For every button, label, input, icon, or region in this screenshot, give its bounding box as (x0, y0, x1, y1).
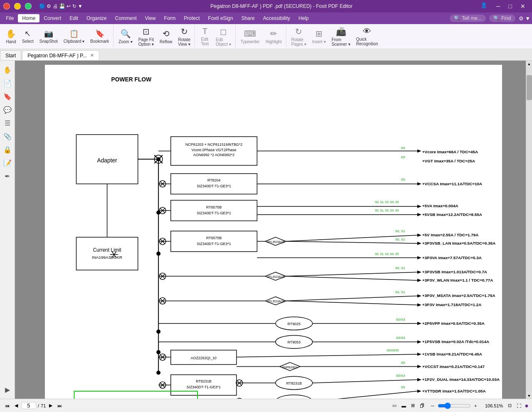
highlight-icon: ✏ (270, 29, 277, 39)
rotate-pages-btn[interactable]: ↻ RotatePages ▾ (289, 26, 309, 47)
sidebar-security[interactable]: 🔒 (2, 144, 13, 155)
arrow-3p3vsb (417, 270, 421, 274)
prev-page-btn[interactable]: ◀ (13, 402, 20, 409)
continuous-page-btn[interactable]: ▬ (400, 402, 408, 409)
rotate-view-icon: ↻ (181, 27, 188, 37)
restore-btn[interactable]: □ (505, 2, 515, 10)
rt8231b-line1: RT8231B (196, 379, 211, 383)
quick-recognition-btn[interactable]: 👁 QuickRecognition (354, 26, 381, 47)
cover-btn[interactable]: 🗍 (418, 402, 426, 409)
left-sidebar: ✋ 📄 🔖 💬 ☰ 📎 🔒 📝 ✒ ▶ (0, 61, 15, 399)
state-s5-1: S5 (401, 146, 405, 150)
menu-form[interactable]: Form (160, 14, 180, 22)
sidebar-sign[interactable]: ✒ (2, 170, 13, 182)
page-separator: / (38, 403, 39, 408)
menu-home[interactable]: Home (18, 14, 39, 22)
menu-accessibility[interactable]: Accessibility (259, 14, 294, 22)
maximize-tab[interactable] (25, 3, 32, 10)
tab-close-btn[interactable]: ✕ (90, 53, 94, 58)
zoom-out-btn[interactable]: ─ (429, 402, 436, 409)
sidebar-pages[interactable]: 📄 (2, 77, 13, 89)
snapshot-btn[interactable]: 📷 SnapShot (37, 28, 60, 44)
svg-line-57 (236, 354, 417, 357)
state-s0s3s5: S0/S3/S5 (387, 349, 399, 352)
scroll-down-btn[interactable]: ▼ (526, 392, 532, 399)
bookmark-btn[interactable]: 🔖 Bookmark (88, 28, 111, 44)
menu-file[interactable]: File (2, 14, 18, 22)
bookmark-icon: 🔖 (95, 29, 104, 38)
minimize-btn[interactable]: ─ (493, 2, 504, 10)
state-s5-3: S5 (401, 178, 405, 181)
state-s0s1-4: S0, S1 (395, 290, 405, 294)
arrow-vcore (417, 150, 421, 153)
from-scanner-btn[interactable]: 📠 FromScanner ▾ (329, 26, 353, 47)
sidebar-comments[interactable]: 💬 (2, 104, 13, 115)
typewriter-btn[interactable]: ⌨ Typewriter (238, 28, 262, 45)
arrow-1p5vsb (417, 340, 421, 343)
3p3va-label: +3P3VA Imax=7.57A/TDC=5.3A (422, 255, 482, 260)
page-fit-btn[interactable]: ⊡ Page FitOption ▾ (136, 26, 156, 47)
arrow-1vsb (417, 353, 421, 356)
hand-label: Hand (6, 39, 16, 44)
edit-text-btn[interactable]: T EditText (197, 26, 212, 47)
close-btn[interactable]: ✕ (517, 2, 529, 10)
scroll-track[interactable] (526, 67, 532, 399)
single-page-btn[interactable]: ▭ (391, 402, 398, 409)
vcore-label: +Vcore Imax=66A / TDC=45A (422, 150, 478, 154)
last-page-btn[interactable]: ⏭ (56, 402, 64, 409)
sidebar-hand[interactable]: ✋ (2, 64, 13, 76)
zoom-slider[interactable] (438, 402, 471, 409)
facing-btn[interactable]: ⊞ (409, 402, 416, 409)
clipboard-btn[interactable]: 📋 Clipboard ▾ (61, 28, 87, 44)
tab-document[interactable]: Pegatron D8-MFF-AF ) P... ✕ (22, 50, 99, 60)
rt6575b2-line2: SIZ340DT-T1-GE3*1 (197, 242, 231, 246)
2p5vpp-label: +2P5VPP Imax=0.5A/TDC=0.35A (422, 321, 485, 326)
menu-view[interactable]: View (141, 14, 160, 22)
hand-tool-btn[interactable]: ✋ Hand (3, 28, 19, 45)
zoom-btn[interactable]: 🔍 Zoom ▾ (116, 28, 135, 45)
reflow-btn[interactable]: ⟲ Reflow (157, 28, 175, 45)
first-page-btn[interactable]: ⏮ (3, 402, 11, 409)
menu-foxit-esign[interactable]: Foxit eSign (204, 14, 237, 22)
sidebar-collapse[interactable]: ▶ (2, 384, 13, 395)
vccst-label: +VCCST Imax=0.21A/TDC=0.147 (422, 364, 485, 369)
menu-convert[interactable]: Convert (39, 14, 65, 22)
page-number-input[interactable] (21, 402, 36, 409)
fit-window-btn[interactable]: ⊡ (506, 402, 513, 409)
scroll-thumb[interactable] (527, 75, 532, 100)
document-area[interactable]: POWER FLOW Adapter Current Limit INA199A… (15, 61, 532, 399)
full-screen-btn[interactable]: ⛶ (515, 402, 523, 409)
sidebar-fields[interactable]: 📝 (2, 157, 13, 169)
menu-organize[interactable]: Organize (82, 14, 111, 22)
sidebar-layers[interactable]: ☰ (2, 117, 13, 129)
next-page-btn[interactable]: ▶ (47, 402, 54, 409)
zoom-in-btn[interactable]: + (473, 402, 478, 409)
highlight-btn[interactable]: ✏ Highlight (263, 28, 284, 45)
select-icon: ↖ (25, 29, 31, 38)
tab-start[interactable]: Start (0, 50, 21, 60)
insert-btn[interactable]: ⊞ Insert ▾ (310, 28, 328, 45)
menu-share[interactable]: Share (237, 14, 259, 22)
rotate-view-btn[interactable]: ↻ RotateView ▾ (176, 26, 193, 47)
state-s0s5: S0, S1, S3, S4, S5 (375, 201, 399, 204)
rotate-pages-icon: ↻ (295, 27, 302, 37)
state-s0s1-1: S0, S1 (395, 229, 405, 233)
title-bar: 🔵 ⚙ 🖨 💾 ↩ ↻ ▼ Pegatron D8-MFF-AF ) PDF .… (0, 0, 532, 12)
menu-comment[interactable]: Comment (111, 14, 141, 22)
menu-edit[interactable]: Edit (65, 14, 82, 22)
scroll-up-btn[interactable]: ▲ (526, 61, 532, 67)
select-btn[interactable]: ↖ Select (20, 28, 36, 44)
sidebar-bookmarks[interactable]: 🔖 (2, 91, 13, 102)
toolbar-group-view: 🔍 Zoom ▾ ⊡ Page FitOption ▾ ⟲ Reflow ↻ R… (114, 25, 195, 48)
clipboard-label: Clipboard ▾ (64, 39, 85, 44)
menu-protect[interactable]: Protect (180, 14, 204, 22)
vertical-scrollbar[interactable]: ▲ ▼ (526, 61, 532, 399)
svg-rect-1 (76, 237, 138, 270)
close-tab[interactable] (3, 3, 10, 10)
menu-help[interactable]: Help (294, 14, 313, 22)
minimize-tab[interactable] (14, 3, 21, 10)
sidebar-attachments[interactable]: 📎 (2, 130, 13, 142)
current-limit-label: Current Limit (93, 247, 122, 253)
snapshot-label: SnapShot (39, 39, 58, 44)
edit-object-btn[interactable]: ◻ EditObject ▾ (213, 26, 234, 47)
